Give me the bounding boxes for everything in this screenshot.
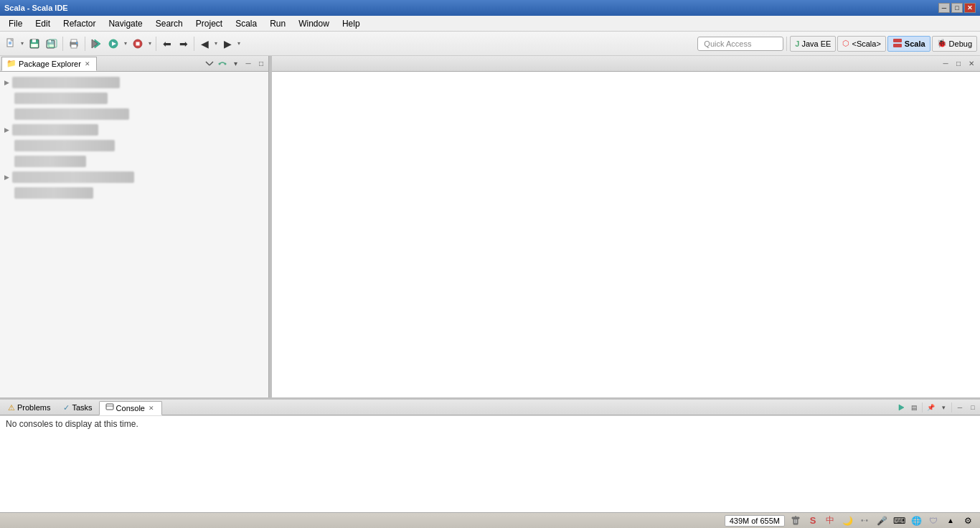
tb-back-button[interactable]: ◀	[197, 36, 212, 52]
collapse-all-button[interactable]	[204, 58, 215, 70]
pkg-explorer-icon: 📁	[6, 59, 17, 68]
link-editor-button[interactable]	[217, 58, 228, 70]
debug-icon: 🐞	[937, 39, 947, 48]
maximize-button[interactable]: □	[951, 3, 963, 13]
tree-item-3[interactable]	[3, 106, 265, 122]
tb-run-button[interactable]	[105, 36, 121, 52]
console-pin-btn[interactable]: 📌	[925, 402, 936, 413]
bottom-tabs: ⚠ Problems ✓ Tasks Console ✕	[1, 400, 162, 415]
tree-item-6[interactable]	[3, 154, 265, 169]
bottom-max-btn[interactable]: □	[967, 402, 979, 413]
status-bar: 439M of 655M S 中 🌙 •·• 🎤 ⌨ 🌐 🛡 ▲ ⚙	[0, 512, 980, 528]
package-explorer-close[interactable]: ✕	[83, 60, 92, 68]
tree-item-8[interactable]	[3, 185, 265, 201]
scala-icon	[892, 38, 903, 50]
svg-marker-30	[899, 405, 904, 410]
tree-item-2[interactable]	[3, 90, 265, 106]
svg-rect-15	[76, 42, 77, 44]
tb-sep-3	[156, 37, 156, 51]
svg-rect-9	[48, 40, 51, 42]
perspective-debug[interactable]: 🐞 Debug	[932, 36, 977, 52]
tree-item-7[interactable]: ▶	[3, 169, 265, 185]
mic-icon: 🎤	[875, 514, 888, 527]
tb-new-button[interactable]	[3, 36, 19, 52]
package-explorer-tab[interactable]: 📁 Package Explorer ✕	[1, 57, 97, 71]
bottom-panel-controls: ▤ 📌 ▾ ─ □	[895, 402, 979, 413]
scala-bracket-label: <Scala>	[852, 39, 880, 48]
package-explorer-content: ▶ ▶ ▶	[0, 72, 268, 397]
svg-rect-28	[106, 404, 113, 410]
tb-save-button[interactable]	[27, 36, 42, 52]
close-button[interactable]: ✕	[964, 3, 976, 13]
menu-refactor[interactable]: Refactor	[57, 17, 101, 30]
menu-search[interactable]: Search	[150, 17, 189, 30]
menu-scala[interactable]: Scala	[230, 17, 263, 30]
perspective-javaee[interactable]: J Java EE	[790, 36, 836, 52]
tb-print-button[interactable]	[66, 36, 82, 52]
menu-project[interactable]: Project	[190, 17, 228, 30]
bottom-tab-bar: ⚠ Problems ✓ Tasks Console ✕	[0, 400, 980, 415]
tb-sep-1	[62, 37, 63, 51]
settings-icon: ⚙	[961, 514, 974, 527]
tb-sep-5	[786, 37, 787, 51]
scala-label: Scala	[905, 39, 925, 48]
editor-close-btn[interactable]: ✕	[966, 58, 977, 70]
tree-item-1[interactable]: ▶	[3, 75, 265, 90]
tb-next-edit-button[interactable]: ➡	[176, 36, 192, 52]
package-explorer-title: Package Explorer	[19, 60, 81, 68]
tab-tasks[interactable]: ✓ Tasks	[57, 400, 98, 415]
minimize-button[interactable]: ─	[938, 3, 950, 13]
svg-point-26	[219, 62, 221, 65]
problems-label: Problems	[17, 403, 50, 412]
menu-window[interactable]: Window	[293, 17, 335, 30]
panel-minimize-button[interactable]: ─	[242, 58, 254, 70]
menu-navigate[interactable]: Navigate	[103, 17, 148, 30]
tab-console[interactable]: Console ✕	[99, 401, 162, 415]
editor-maximize-btn[interactable]: □	[953, 58, 964, 70]
panel-maximize-button[interactable]: □	[255, 58, 267, 70]
tb-back-dropdown[interactable]: ▾	[213, 36, 219, 52]
menu-run[interactable]: Run	[264, 17, 291, 30]
tb-forward-dropdown[interactable]: ▾	[236, 36, 242, 52]
perspective-scala-bracket[interactable]: ⬡ <Scala>	[837, 36, 885, 52]
tree-item-4[interactable]: ▶	[3, 122, 265, 138]
perspective-scala[interactable]: Scala	[887, 36, 930, 52]
svg-rect-32	[792, 517, 799, 519]
input-icon: S	[806, 514, 819, 527]
menu-edit[interactable]: Edit	[29, 17, 56, 30]
quick-access-input[interactable]: Quick Access	[697, 37, 783, 51]
tasks-icon: ✓	[63, 403, 70, 412]
view-menu-button[interactable]: ▾	[230, 58, 241, 70]
editor-content	[272, 72, 980, 397]
menu-help[interactable]: Help	[336, 17, 366, 30]
tb-new-dropdown[interactable]: ▾	[19, 36, 25, 52]
tb-stop-dropdown[interactable]: ▾	[147, 36, 153, 52]
tb-prev-edit-button[interactable]: ⬅	[159, 36, 175, 52]
tree-item-5[interactable]	[3, 138, 265, 154]
svg-rect-22	[893, 39, 902, 42]
package-explorer-panel: 📁 Package Explorer ✕ ▾ ─ □	[0, 56, 269, 397]
toolbar-group-file: ▾	[3, 36, 25, 52]
toolbar: ▾ ▾ ▾ ⬅ ➡ ◀ ▾ ▶ ▾ Quick Access J Jav	[0, 32, 980, 56]
svg-rect-21	[136, 42, 140, 45]
gc-button[interactable]	[789, 514, 802, 527]
console-tab-close[interactable]: ✕	[147, 404, 156, 412]
tb-saveall-button[interactable]	[44, 36, 60, 52]
bottom-min-btn[interactable]: ─	[954, 402, 966, 413]
tasks-label: Tasks	[72, 403, 92, 412]
tb-forward-button[interactable]: ▶	[220, 36, 235, 52]
tb-run-dropdown[interactable]: ▾	[123, 36, 128, 52]
editor-minimize-btn[interactable]: ─	[940, 58, 951, 70]
tab-problems[interactable]: ⚠ Problems	[1, 400, 57, 415]
console-message: No consoles to display at this time.	[6, 419, 138, 429]
console-run-btn[interactable]	[895, 402, 907, 413]
bottom-sep-1	[922, 402, 923, 412]
tb-sep-2	[85, 37, 85, 51]
menu-file[interactable]: File	[3, 17, 28, 30]
svg-line-24	[206, 62, 209, 65]
tb-build-button[interactable]	[88, 36, 104, 52]
console-display-btn[interactable]: ▤	[908, 402, 920, 413]
console-dropdown-btn[interactable]: ▾	[938, 402, 949, 413]
main-layout: 📁 Package Explorer ✕ ▾ ─ □	[0, 56, 980, 512]
tb-stop-button[interactable]	[130, 36, 146, 52]
